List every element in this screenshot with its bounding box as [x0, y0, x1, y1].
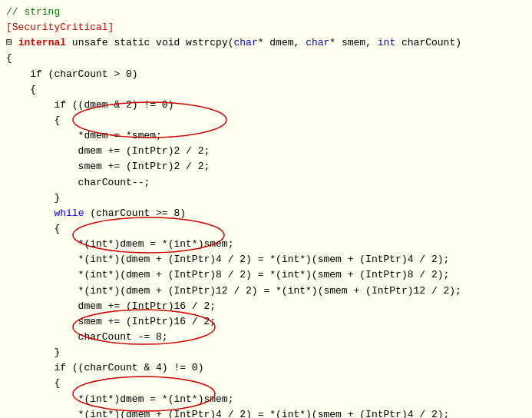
code-line: {	[6, 376, 526, 391]
code-line: {	[6, 221, 526, 237]
code-line: *(int*)(dmem + (IntPtr)4 / 2) = *(int*)(…	[6, 407, 526, 418]
code-line: if ((dmem & 2) != 0)	[6, 98, 526, 113]
code-line: *(int*)(dmem + (IntPtr)8 / 2) = *(int*)(…	[6, 267, 526, 283]
code-line: {	[6, 51, 526, 66]
code-line: [SecurityCritical]	[6, 20, 526, 35]
code-line: {	[6, 113, 526, 128]
code-line: *(int*)(dmem + (IntPtr)12 / 2) = *(int*)…	[6, 284, 526, 299]
code-line: // string	[6, 5, 526, 20]
code-line: dmem += (IntPtr)2 / 2;	[6, 144, 526, 159]
code-line: ⊟ internal unsafe static void wstrcpy(ch…	[6, 35, 526, 51]
code-view: // string[SecurityCritical]⊟ internal un…	[0, 0, 532, 418]
code-line: }	[6, 345, 526, 360]
code-line: smem += (IntPtr)16 / 2;	[6, 314, 526, 330]
code-line: while (charCount >= 8)	[6, 206, 526, 221]
code-line: *(int*)(dmem + (IntPtr)4 / 2) = *(int*)(…	[6, 252, 526, 267]
code-line: if (charCount > 0)	[6, 67, 526, 82]
code-line: dmem += (IntPtr)16 / 2;	[6, 299, 526, 314]
code-line: charCount -= 8;	[6, 330, 526, 345]
code-line: if ((charCount & 4) != 0)	[6, 360, 526, 376]
code-line: }	[6, 191, 526, 206]
code-line: *(int*)dmem = *(int*)smem;	[6, 392, 526, 407]
code-line: *(int*)dmem = *(int*)smem;	[6, 237, 526, 252]
code-line: *dmem = *smem;	[6, 128, 526, 144]
code-line: {	[6, 82, 526, 98]
code-line: smem += (IntPtr)2 / 2;	[6, 159, 526, 174]
code-line: charCount--;	[6, 175, 526, 191]
